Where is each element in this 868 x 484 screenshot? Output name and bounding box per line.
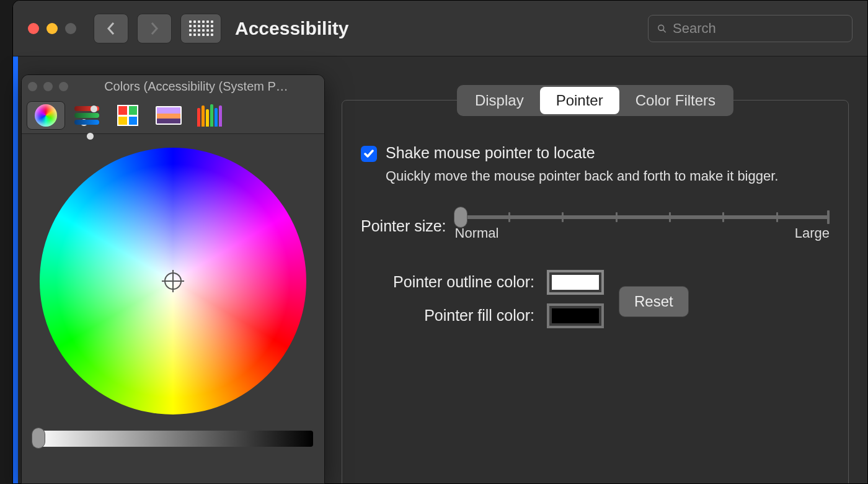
brightness-thumb[interactable] [32,428,45,449]
outline-color-well[interactable] [547,270,604,295]
image-palettes-tab[interactable] [149,101,188,130]
slider-thumb[interactable] [454,207,467,228]
grid-icon [189,20,213,36]
window-title: Accessibility [235,18,348,39]
colors-panel: Colors (Accessibility (System P… [21,74,325,484]
zoom-window-button[interactable] [65,23,76,34]
forward-button[interactable] [137,14,172,43]
minimize-window-button[interactable] [46,23,58,34]
brightness-slider[interactable] [33,431,313,447]
color-sliders-tab[interactable] [68,101,106,130]
tab-segmented-control: Display Pointer Color Filters [457,85,733,116]
image-icon [156,106,182,125]
fill-color-swatch [552,308,599,323]
search-input[interactable] [673,20,843,37]
colors-mode-tabs [22,97,324,134]
chevron-right-icon [149,21,160,36]
slider-max-label: Large [795,225,830,241]
outline-color-label: Pointer outline color: [361,273,534,291]
colors-close-button[interactable] [28,82,37,91]
palette-icon [117,105,138,126]
checkmark-icon [364,150,374,158]
show-all-button[interactable] [180,14,221,43]
color-wheel-cursor[interactable] [164,272,182,290]
pencils-icon [197,104,222,127]
chevron-left-icon [105,21,117,36]
search-icon [657,22,666,35]
tab-display[interactable]: Display [459,87,540,114]
shake-to-locate-checkbox[interactable] [361,146,377,162]
color-palettes-tab[interactable] [108,101,147,130]
sidebar-selection-indicator [13,56,18,483]
pointer-settings-group: Display Pointer Color Filters Shake mous… [342,100,849,484]
titlebar: Accessibility [13,1,867,56]
color-wheel-icon [35,104,57,127]
pointer-size-label: Pointer size: [361,217,446,235]
close-window-button[interactable] [28,23,39,34]
tab-color-filters[interactable]: Color Filters [619,87,732,114]
color-wheel-tab[interactable] [27,101,65,130]
fill-color-well[interactable] [547,303,604,328]
reset-button[interactable]: Reset [619,286,689,317]
sliders-icon [74,106,99,125]
colors-zoom-button[interactable] [59,82,68,91]
back-button[interactable] [94,14,128,43]
window-controls [28,23,76,34]
tab-pointer[interactable]: Pointer [540,87,619,114]
colors-minimize-button[interactable] [43,82,53,91]
fill-color-label: Pointer fill color: [361,307,534,325]
colors-panel-title: Colors (Accessibility (System P… [74,79,318,94]
shake-to-locate-description: Quickly move the mouse pointer back and … [386,167,782,186]
pencils-tab[interactable] [190,101,229,130]
svg-line-1 [663,29,665,32]
outline-color-swatch [552,275,599,290]
color-wheel[interactable] [40,148,306,415]
colors-titlebar: Colors (Accessibility (System P… [22,75,324,97]
pointer-size-slider[interactable]: Normal Large [455,212,830,241]
shake-to-locate-label: Shake mouse pointer to locate [386,144,595,162]
svg-point-0 [658,25,664,30]
search-field[interactable] [648,15,852,42]
